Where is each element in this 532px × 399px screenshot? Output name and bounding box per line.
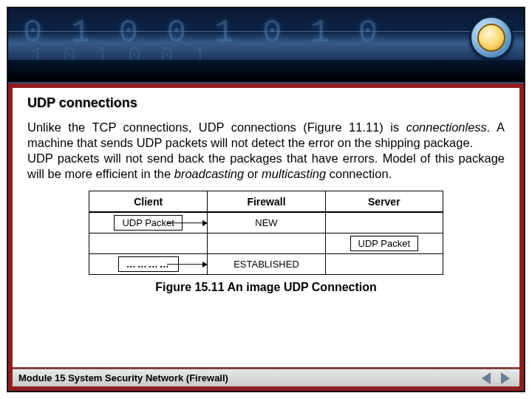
p1-a: Unlike the TCP connections, UDP connecti… [27, 120, 406, 134]
p2-italic-broadcasting: broadcasting [174, 167, 244, 180]
body-text: Unlike the TCP connections, UDP connecti… [27, 120, 505, 182]
label-new: NEW [255, 217, 277, 228]
content-area: UDP connections Unlike the TCP connectio… [13, 88, 519, 367]
p2-c: connection. [326, 167, 392, 180]
p1-italic-connectionless: connectionless [406, 120, 487, 134]
diagram-cell: ESTABLISHED [207, 253, 324, 274]
diagram-cell: NEW [207, 212, 324, 233]
diagram-cell [325, 212, 443, 233]
p2-italic-multicasting: multicasting [262, 167, 326, 180]
slide: 0 1 0 0 1 0 1 0 1 0 1 0 0 1 UDP connecti… [7, 7, 525, 392]
section-title: UDP connections [27, 95, 505, 111]
diagram-cell: UDP Packet [325, 233, 443, 253]
banner-digits-mid: 1 0 1 0 0 1 [30, 44, 209, 69]
box-dots: ………… [118, 256, 179, 272]
chevron-left-icon [482, 372, 491, 384]
diagram-header-server: Server [325, 191, 443, 212]
nav-controls [478, 372, 514, 385]
next-button[interactable] [497, 372, 514, 385]
diagram-cell: UDP Packet [89, 212, 207, 233]
diagram-cell [89, 233, 207, 253]
box-udp-packet-client: UDP Packet [114, 215, 183, 231]
chevron-right-icon [501, 372, 510, 384]
diagram-cell [325, 253, 443, 274]
header-banner: 0 1 0 0 1 0 1 0 1 0 1 0 0 1 [8, 8, 524, 83]
label-established: ESTABLISHED [233, 259, 299, 270]
footer-bar: Module 15 System Security Network (Firew… [13, 369, 519, 386]
p2-b: or [244, 167, 262, 180]
diagram-header-client: Client [89, 191, 207, 212]
logo-badge [469, 16, 514, 60]
prev-button[interactable] [478, 372, 494, 385]
footer-module-label: Module 15 System Security Network (Firew… [18, 372, 228, 383]
diagram-cell [207, 233, 324, 253]
figure-caption: Figure 15.11 An image UDP Connection [89, 281, 443, 294]
diagram-header-firewall: Firewall [207, 191, 324, 212]
logo-inner-icon [477, 24, 505, 52]
diagram-cell: ………… [89, 253, 207, 274]
box-udp-packet-server: UDP Packet [350, 236, 419, 251]
diagram-wrap: Client Firewall Server UDP Packet NEW [89, 191, 443, 294]
udp-diagram: Client Firewall Server UDP Packet NEW [89, 191, 443, 275]
